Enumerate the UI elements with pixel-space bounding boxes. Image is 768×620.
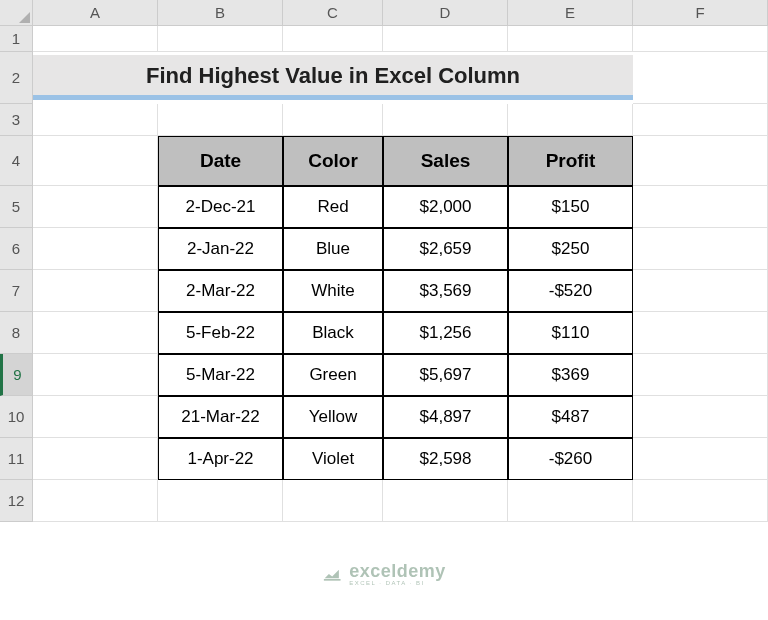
cell-E1[interactable]: [508, 26, 633, 52]
table-cell[interactable]: 5-Feb-22: [158, 312, 283, 354]
cell-F10[interactable]: [633, 396, 768, 438]
watermark: exceldemy EXCEL · DATA · BI: [322, 562, 446, 586]
cell-A8[interactable]: [33, 312, 158, 354]
table-cell[interactable]: $5,697: [383, 354, 508, 396]
cell-F2[interactable]: [633, 52, 768, 104]
row-header-8[interactable]: 8: [0, 312, 33, 354]
cell-F5[interactable]: [633, 186, 768, 228]
row-header-1[interactable]: 1: [0, 26, 33, 52]
table-header-color[interactable]: Color: [283, 136, 383, 186]
table-cell[interactable]: Yellow: [283, 396, 383, 438]
row-header-6[interactable]: 6: [0, 228, 33, 270]
cell-F12[interactable]: [633, 480, 768, 522]
table-cell[interactable]: $2,659: [383, 228, 508, 270]
cell-D1[interactable]: [383, 26, 508, 52]
col-header-F[interactable]: F: [633, 0, 768, 26]
row-header-2[interactable]: 2: [0, 52, 33, 104]
table-cell[interactable]: $1,256: [383, 312, 508, 354]
table-cell[interactable]: Violet: [283, 438, 383, 480]
table-cell[interactable]: $487: [508, 396, 633, 438]
cell-E12[interactable]: [508, 480, 633, 522]
cell-A5[interactable]: [33, 186, 158, 228]
cell-B3[interactable]: [158, 104, 283, 136]
table-cell[interactable]: -$260: [508, 438, 633, 480]
table-cell[interactable]: Blue: [283, 228, 383, 270]
cell-F4[interactable]: [633, 136, 768, 186]
row-header-9[interactable]: 9: [0, 354, 33, 396]
table-cell[interactable]: Green: [283, 354, 383, 396]
col-header-C[interactable]: C: [283, 0, 383, 26]
cell-A7[interactable]: [33, 270, 158, 312]
logo-icon: [322, 564, 342, 584]
cell-A12[interactable]: [33, 480, 158, 522]
row-header-3[interactable]: 3: [0, 104, 33, 136]
cell-F6[interactable]: [633, 228, 768, 270]
table-header-date[interactable]: Date: [158, 136, 283, 186]
watermark-main: exceldemy: [349, 562, 446, 580]
table-cell[interactable]: Black: [283, 312, 383, 354]
table-cell[interactable]: $110: [508, 312, 633, 354]
watermark-sub: EXCEL · DATA · BI: [349, 580, 446, 586]
cell-A10[interactable]: [33, 396, 158, 438]
spreadsheet-grid: A B C D E F 1 2 Find Highest Value in Ex…: [0, 0, 768, 522]
row-header-10[interactable]: 10: [0, 396, 33, 438]
col-header-D[interactable]: D: [383, 0, 508, 26]
select-all-corner[interactable]: [0, 0, 33, 26]
cell-F8[interactable]: [633, 312, 768, 354]
cell-A9[interactable]: [33, 354, 158, 396]
cell-D3[interactable]: [383, 104, 508, 136]
table-cell[interactable]: 2-Jan-22: [158, 228, 283, 270]
col-header-A[interactable]: A: [33, 0, 158, 26]
cell-C12[interactable]: [283, 480, 383, 522]
table-cell[interactable]: White: [283, 270, 383, 312]
page-title: Find Highest Value in Excel Column: [33, 55, 633, 100]
row-header-12[interactable]: 12: [0, 480, 33, 522]
table-cell[interactable]: $250: [508, 228, 633, 270]
cell-F1[interactable]: [633, 26, 768, 52]
col-header-E[interactable]: E: [508, 0, 633, 26]
cell-F3[interactable]: [633, 104, 768, 136]
table-cell[interactable]: 1-Apr-22: [158, 438, 283, 480]
table-cell[interactable]: $150: [508, 186, 633, 228]
cell-A11[interactable]: [33, 438, 158, 480]
table-cell[interactable]: $3,569: [383, 270, 508, 312]
cell-B1[interactable]: [158, 26, 283, 52]
table-cell[interactable]: -$520: [508, 270, 633, 312]
cell-B12[interactable]: [158, 480, 283, 522]
cell-F9[interactable]: [633, 354, 768, 396]
row-header-4[interactable]: 4: [0, 136, 33, 186]
table-cell[interactable]: $369: [508, 354, 633, 396]
row-header-5[interactable]: 5: [0, 186, 33, 228]
cell-F7[interactable]: [633, 270, 768, 312]
table-cell[interactable]: 5-Mar-22: [158, 354, 283, 396]
table-cell[interactable]: Red: [283, 186, 383, 228]
cell-C1[interactable]: [283, 26, 383, 52]
cell-A1[interactable]: [33, 26, 158, 52]
cell-A3[interactable]: [33, 104, 158, 136]
table-cell[interactable]: $4,897: [383, 396, 508, 438]
table-header-profit[interactable]: Profit: [508, 136, 633, 186]
row-header-7[interactable]: 7: [0, 270, 33, 312]
cell-C3[interactable]: [283, 104, 383, 136]
table-cell[interactable]: $2,598: [383, 438, 508, 480]
col-header-B[interactable]: B: [158, 0, 283, 26]
svg-rect-0: [324, 579, 341, 581]
title-merged-cell[interactable]: Find Highest Value in Excel Column: [33, 52, 633, 104]
cell-F11[interactable]: [633, 438, 768, 480]
table-header-sales[interactable]: Sales: [383, 136, 508, 186]
table-cell[interactable]: $2,000: [383, 186, 508, 228]
table-cell[interactable]: 2-Dec-21: [158, 186, 283, 228]
table-cell[interactable]: 2-Mar-22: [158, 270, 283, 312]
cell-E3[interactable]: [508, 104, 633, 136]
cell-D12[interactable]: [383, 480, 508, 522]
cell-A4[interactable]: [33, 136, 158, 186]
cell-A6[interactable]: [33, 228, 158, 270]
row-header-11[interactable]: 11: [0, 438, 33, 480]
table-cell[interactable]: 21-Mar-22: [158, 396, 283, 438]
